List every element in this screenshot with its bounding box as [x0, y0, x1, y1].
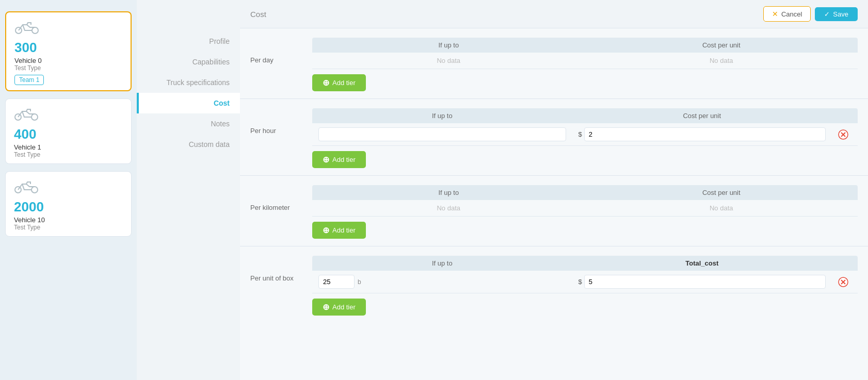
per-box-unit-suffix: b — [358, 278, 361, 286]
cancel-x-icon: ✕ — [772, 10, 778, 18]
main-content: Cost ✕ Cancel ✓ Save Per day If up to Co… — [240, 0, 868, 380]
per-day-no-data-row: No data No data — [312, 53, 858, 69]
cost-title: Cost — [250, 10, 266, 19]
per-hour-if-up-to-cell — [312, 123, 572, 145]
per-km-add-icon: ⊕ — [323, 225, 329, 235]
vehicle-icon-1 — [14, 106, 123, 124]
per-day-label: Per day — [250, 38, 312, 64]
cost-section-per-day: Per day If up to Cost per unit No data N… — [240, 28, 868, 99]
nav-cost[interactable]: Cost — [137, 93, 240, 113]
per-day-table: If up to Cost per unit No data No data ⊕… — [312, 38, 858, 98]
per-box-col-if-up-to: If up to — [312, 256, 572, 271]
per-km-add-tier-button[interactable]: ⊕ Add tier — [312, 222, 366, 239]
vehicle-card-0[interactable]: 300 Vehicle 0 Test Type Team 1 — [5, 11, 132, 91]
per-hour-cost-cell: $ — [572, 123, 832, 145]
nav-profile[interactable]: Profile — [137, 31, 240, 52]
center-nav: Profile Capabilities Truck specification… — [137, 0, 240, 380]
per-box-cost-cell: $ — [572, 271, 832, 293]
vehicle-number-0: 300 — [14, 40, 122, 56]
per-box-remove-button[interactable] — [838, 277, 848, 287]
per-box-col-total-cost: Total_cost — [572, 256, 832, 271]
save-button[interactable]: ✓ Save — [815, 7, 858, 21]
per-hour-remove-cell — [832, 125, 858, 144]
per-kilometer-header: If up to Cost per unit — [312, 185, 858, 200]
per-hour-header: If up to Cost per unit — [312, 108, 858, 123]
remove-circle-icon — [838, 129, 848, 140]
per-hour-add-tier-button[interactable]: ⊕ Add tier — [312, 151, 366, 168]
per-box-if-up-to-input[interactable] — [318, 275, 355, 289]
vehicle-number-1: 400 — [14, 126, 123, 142]
svg-point-5 — [31, 187, 38, 193]
per-box-currency: $ — [578, 278, 582, 286]
save-check-icon: ✓ — [824, 10, 830, 18]
vehicle-type-2: Test Type — [14, 224, 123, 231]
vehicle-sidebar: 300 Vehicle 0 Test Type Team 1 400 Vehic… — [0, 0, 137, 380]
per-km-no-data-row: No data No data — [312, 200, 858, 217]
per-day-col-cost: Cost per unit — [585, 38, 858, 53]
vehicle-card-2[interactable]: 2000 Vehicle 10 Test Type — [5, 171, 132, 237]
team-badge-0[interactable]: Team 1 — [14, 75, 44, 85]
cancel-button[interactable]: ✕ Cancel — [763, 6, 811, 22]
per-unit-of-box-label: Per unit of box — [250, 256, 312, 282]
svg-point-3 — [31, 114, 38, 120]
header-actions: ✕ Cancel ✓ Save — [763, 6, 858, 22]
per-hour-col-if-up-to: If up to — [312, 108, 572, 123]
per-hour-currency: $ — [578, 130, 582, 138]
per-box-if-up-to-cell: b — [312, 271, 572, 293]
per-hour-col-cost: Cost per unit — [572, 108, 832, 123]
per-unit-of-box-header: If up to Total_cost — [312, 256, 858, 271]
per-day-add-tier-button[interactable]: ⊕ Add tier — [312, 74, 366, 91]
per-box-cost-input[interactable] — [584, 275, 826, 289]
nav-notes[interactable]: Notes — [137, 113, 240, 134]
vehicle-icon-0 — [14, 20, 122, 38]
nav-capabilities[interactable]: Capabilities — [137, 52, 240, 72]
cost-section-per-kilometer: Per kilometer If up to Cost per unit No … — [240, 176, 868, 246]
per-hour-if-up-to-input[interactable] — [318, 127, 566, 141]
per-box-row-0: b $ — [312, 271, 858, 293]
per-day-no-data-right: No data — [585, 53, 858, 69]
cost-section-per-unit-of-box: Per unit of box If up to Total_cost b $ — [240, 246, 868, 323]
vehicle-name-2: Vehicle 10 — [14, 216, 123, 224]
vehicle-number-2: 2000 — [14, 199, 123, 215]
per-unit-of-box-table: If up to Total_cost b $ — [312, 256, 858, 323]
per-hour-add-row: ⊕ Add tier — [312, 146, 858, 175]
vehicle-type-1: Test Type — [14, 151, 123, 158]
nav-custom-data[interactable]: Custom data — [137, 134, 240, 155]
per-hour-remove-button[interactable] — [838, 129, 848, 140]
per-kilometer-table: If up to Cost per unit No data No data ⊕… — [312, 185, 858, 246]
vehicle-name-0: Vehicle 0 — [14, 57, 122, 64]
per-km-col-cost: Cost per unit — [585, 185, 858, 200]
per-hour-add-icon: ⊕ — [323, 155, 329, 164]
per-day-col-if-up-to: If up to — [312, 38, 585, 53]
per-km-add-row: ⊕ Add tier — [312, 217, 858, 246]
svg-point-1 — [32, 27, 38, 34]
vehicle-icon-2 — [14, 179, 123, 197]
nav-truck-specs[interactable]: Truck specifications — [137, 72, 240, 93]
cost-header: Cost ✕ Cancel ✓ Save — [240, 0, 868, 28]
per-kilometer-label: Per kilometer — [250, 185, 312, 211]
per-km-no-data-left: No data — [312, 200, 585, 216]
per-hour-table: If up to Cost per unit $ — [312, 108, 858, 175]
per-box-add-icon: ⊕ — [323, 302, 329, 312]
per-day-no-data-left: No data — [312, 53, 585, 69]
per-hour-row-0: $ — [312, 123, 858, 146]
per-day-add-row: ⊕ Add tier — [312, 69, 858, 98]
vehicle-type-0: Test Type — [14, 64, 122, 72]
per-box-remove-cell — [832, 273, 858, 291]
cost-section-per-hour: Per hour If up to Cost per unit $ — [240, 99, 868, 176]
vehicle-name-1: Vehicle 1 — [14, 143, 123, 151]
vehicle-card-1[interactable]: 400 Vehicle 1 Test Type — [5, 98, 132, 164]
per-box-add-row: ⊕ Add tier — [312, 293, 858, 323]
per-km-col-if-up-to: If up to — [312, 185, 585, 200]
per-hour-cost-input[interactable] — [584, 127, 826, 141]
remove-circle-icon-2 — [838, 277, 848, 287]
per-box-add-tier-button[interactable]: ⊕ Add tier — [312, 299, 366, 316]
per-km-no-data-right: No data — [585, 200, 858, 216]
per-day-add-icon: ⊕ — [323, 78, 329, 88]
per-day-header: If up to Cost per unit — [312, 38, 858, 53]
per-hour-label: Per hour — [250, 108, 312, 135]
